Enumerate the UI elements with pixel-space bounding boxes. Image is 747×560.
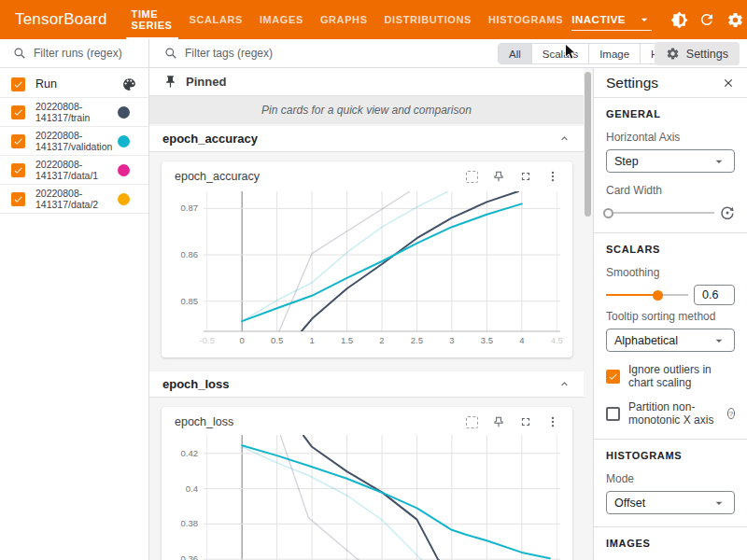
divider <box>594 97 747 98</box>
settings-button-label: Settings <box>686 48 728 61</box>
partition-x-axis-row: Partition non-monotonic X axis? <box>606 400 735 427</box>
close-icon[interactable] <box>722 77 735 90</box>
filter-all-button[interactable]: All <box>499 44 531 63</box>
reload-button[interactable] <box>693 6 721 34</box>
tab-scalars[interactable]: SCALARS <box>181 0 251 39</box>
vertical-scrollbar[interactable] <box>585 72 591 217</box>
fullscreen-icon <box>519 415 532 428</box>
pin-card-button[interactable] <box>492 415 505 428</box>
select-all-runs-checkbox[interactable] <box>11 77 25 91</box>
chevron-down-icon <box>637 12 652 27</box>
smoothing-label: Smoothing <box>606 266 735 279</box>
svg-text:0.86: 0.86 <box>181 249 199 259</box>
fit-to-data-button[interactable] <box>466 416 478 428</box>
filter-image-button[interactable]: Image <box>588 44 640 63</box>
tab-graphs[interactable]: GRAPHS <box>312 0 376 39</box>
kebab-menu-icon <box>546 170 559 183</box>
histogram-mode-select[interactable]: Offset <box>606 491 735 514</box>
run-checkbox[interactable] <box>11 192 25 206</box>
section-epoch-accuracy[interactable]: epoch_accuracy <box>149 126 584 152</box>
svg-text:0.36: 0.36 <box>181 553 199 560</box>
svg-text:2.5: 2.5 <box>411 335 423 345</box>
chevron-up-icon[interactable] <box>558 378 571 390</box>
ignore-outliers-checkbox[interactable] <box>606 370 620 384</box>
run-checkbox[interactable] <box>11 105 25 119</box>
tab-time-series[interactable]: TIME SERIES <box>123 0 181 39</box>
more-options-button[interactable] <box>546 415 559 428</box>
card-width-slider[interactable] <box>606 205 714 220</box>
slider-knob[interactable] <box>603 208 613 218</box>
card-width-label: Card Width <box>606 184 735 197</box>
horizontal-axis-select[interactable]: Step <box>606 149 735 173</box>
fullscreen-button[interactable] <box>519 170 532 183</box>
run-color-dot <box>118 164 130 176</box>
settings-panel-title: Settings <box>606 75 658 91</box>
svg-text:1.5: 1.5 <box>341 335 353 345</box>
run-row-validation[interactable]: 20220808-141317/validation <box>0 127 148 156</box>
check-icon <box>13 165 23 175</box>
pinned-empty-message: Pin cards for a quick view and compariso… <box>261 104 472 117</box>
card-title: epoch_loss <box>175 415 466 428</box>
epoch-accuracy-chart[interactable]: -0.54.500.511.522.533.540.850.860.87 <box>169 186 565 346</box>
refresh-icon <box>698 11 715 28</box>
filter-runs-input[interactable]: Filter runs (regex) <box>0 39 148 68</box>
tab-histograms[interactable]: HISTOGRAMS <box>480 0 571 39</box>
help-icon[interactable]: ? <box>727 408 735 419</box>
run-status-value: INACTIVE <box>571 14 626 25</box>
card-header: epoch_loss <box>162 407 572 431</box>
tooltip-sort-select[interactable]: Alphabetical <box>606 329 735 352</box>
global-settings-button[interactable] <box>721 6 747 34</box>
svg-text:4.5: 4.5 <box>551 335 563 345</box>
run-row-data-2[interactable]: 20220808-141317/data/2 <box>0 185 148 214</box>
section-epoch-loss[interactable]: epoch_loss <box>149 371 584 398</box>
run-name: 20220808-141317/train <box>35 101 118 124</box>
fullscreen-button[interactable] <box>519 415 532 428</box>
svg-text:-0.5: -0.5 <box>200 335 215 345</box>
filter-tags-placeholder: Filter tags (regex) <box>185 47 273 60</box>
divider <box>594 232 747 233</box>
partition-x-axis-label: Partition non-monotonic X axis? <box>628 400 735 427</box>
tooltip-sort-label: Tooltip sorting method <box>606 310 735 323</box>
run-row-train[interactable]: 20220808-141317/train <box>0 98 148 127</box>
theme-toggle-button[interactable] <box>665 6 693 34</box>
filter-scalars-button[interactable]: Scalars <box>531 44 588 63</box>
pin-icon <box>492 170 505 183</box>
images-heading: IMAGES <box>606 538 735 549</box>
filter-tags-input[interactable]: Filter tags (regex) <box>149 47 273 60</box>
top-bar: TensorBoard TIME SERIES SCALARS IMAGES G… <box>0 0 747 39</box>
slider-knob[interactable] <box>653 290 663 301</box>
chevron-up-icon[interactable] <box>558 133 571 145</box>
run-status-dropdown[interactable]: INACTIVE <box>571 8 652 31</box>
main-content: Pinned Pin cards for a quick view and co… <box>149 68 593 560</box>
palette-icon[interactable] <box>121 77 137 92</box>
tab-images[interactable]: IMAGES <box>251 0 312 39</box>
run-name: 20220808-141317/data/2 <box>35 188 118 211</box>
tensorboard-app: TensorBoard TIME SERIES SCALARS IMAGES G… <box>0 0 747 560</box>
smoothing-value-input[interactable]: 0.6 <box>694 285 735 305</box>
run-row-data-1[interactable]: 20220808-141317/data/1 <box>0 156 148 185</box>
run-checkbox[interactable] <box>11 163 25 177</box>
fit-to-data-button[interactable] <box>466 171 478 183</box>
smoothing-slider[interactable] <box>606 287 688 302</box>
svg-text:4: 4 <box>519 335 524 345</box>
svg-text:1: 1 <box>309 335 314 345</box>
pin-card-button[interactable] <box>492 170 505 183</box>
histogram-mode-label: Mode <box>606 472 735 485</box>
pinned-section-header: Pinned <box>149 68 584 96</box>
settings-button[interactable]: Settings <box>655 42 740 65</box>
pin-icon <box>163 75 177 89</box>
card-actions <box>466 415 559 428</box>
partition-x-axis-checkbox[interactable] <box>606 407 620 421</box>
reset-icon[interactable] <box>720 205 735 220</box>
more-options-button[interactable] <box>546 170 559 183</box>
chevron-down-icon <box>712 333 726 348</box>
brightness-icon <box>670 11 688 29</box>
chevron-down-icon <box>712 496 726 511</box>
run-checkbox[interactable] <box>11 134 25 148</box>
gear-icon <box>666 47 680 61</box>
svg-text:0.42: 0.42 <box>181 448 199 458</box>
epoch-loss-chart[interactable]: -0.54.500.511.522.533.540.420.40.380.36 <box>169 431 565 560</box>
svg-text:0.4: 0.4 <box>186 483 198 494</box>
tab-distributions[interactable]: DISTRIBUTIONS <box>376 0 480 39</box>
ignore-outliers-label: Ignore outliers in chart scaling <box>628 363 735 389</box>
